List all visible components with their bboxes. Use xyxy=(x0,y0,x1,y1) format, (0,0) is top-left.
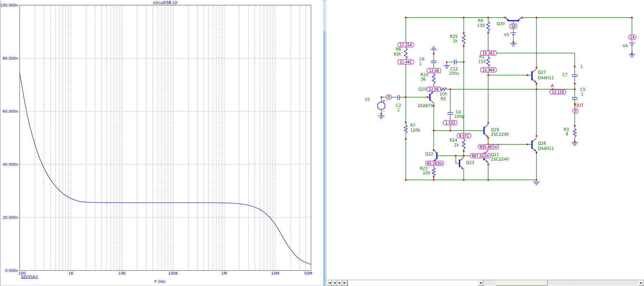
component-label: Q29 xyxy=(491,127,499,132)
node-value-text: 12.964 xyxy=(483,68,495,72)
emitter-arrow xyxy=(506,18,508,20)
schematic-wires xyxy=(381,18,632,180)
component-label: 2SC2240 xyxy=(491,132,509,137)
component-label: C5 xyxy=(580,87,585,92)
junction-dot xyxy=(536,135,537,137)
y-tick-label: 20.000n xyxy=(3,215,18,220)
junction-dot xyxy=(433,130,435,132)
node-value-text: 11.441 xyxy=(400,60,412,64)
node-value-text: 12.06 xyxy=(429,88,439,91)
junction-dot xyxy=(631,53,633,54)
component-label: 1 xyxy=(419,61,422,66)
component-label: C6 xyxy=(419,57,424,62)
junction-dot xyxy=(536,179,537,181)
junction-dot xyxy=(405,138,407,140)
component-label: R10 xyxy=(421,72,429,77)
junction-dot xyxy=(487,164,489,165)
hscroll-right-button[interactable]: ▶ xyxy=(638,280,644,286)
hscroll-thumb[interactable] xyxy=(496,280,547,286)
junction-dot xyxy=(463,17,465,19)
junction-dot xyxy=(536,67,537,69)
junction-dot xyxy=(381,113,382,115)
vertical-splitter-scrollbar[interactable] xyxy=(322,0,327,286)
junction-dot xyxy=(513,41,514,43)
node-value-text: 15.262 xyxy=(483,51,495,55)
page-last-button[interactable]: ▶| xyxy=(342,280,348,286)
junction-dot xyxy=(405,96,407,98)
resistor xyxy=(573,129,576,137)
hscroll-track[interactable] xyxy=(483,280,638,286)
page-next-button[interactable]: ▶ xyxy=(337,280,342,286)
node-value-text: 8.971 xyxy=(459,134,469,138)
component-label: Q28 xyxy=(538,141,546,146)
hscroll-left-button[interactable]: ◀ xyxy=(478,280,483,286)
junction-dot xyxy=(463,45,465,47)
node-value-text: 17.254 xyxy=(400,43,412,47)
component-label: 1 xyxy=(581,92,583,96)
junction-dot xyxy=(433,105,435,107)
transistor-lead xyxy=(532,69,536,73)
component-label: 130 xyxy=(477,23,485,28)
component-label: R25 xyxy=(450,34,458,39)
node-value-text: 0 xyxy=(388,95,390,99)
resistor xyxy=(487,21,490,31)
component-label: 62k xyxy=(394,52,401,57)
y-tick-label: 40.000n xyxy=(3,162,18,167)
junction-dot xyxy=(487,137,489,139)
junction-dot xyxy=(631,17,633,19)
junction-dot xyxy=(463,150,465,152)
junction-dot xyxy=(574,83,576,85)
resistor xyxy=(432,167,435,176)
junction-dot xyxy=(527,144,529,145)
plot-legend-gdva[interactable]: GD(V(A)) xyxy=(21,275,38,279)
analysis-plot-window: circuit38.cir 100.000n80.000n60.000n40.0… xyxy=(0,0,322,286)
component-label: Q27 xyxy=(538,70,546,75)
plot-x-axis-label: F (Hz) xyxy=(20,279,300,284)
page-first-button[interactable]: |◀ xyxy=(327,280,332,286)
transistor-lead xyxy=(430,100,434,103)
node-value-text: 65.263m xyxy=(427,162,443,165)
node-value-text: 18 xyxy=(511,24,516,28)
node-value-text: 0 xyxy=(574,109,576,113)
transistor-lead xyxy=(532,138,536,142)
component-label: 150 xyxy=(478,59,486,64)
junction-dot xyxy=(504,17,506,19)
node-value-text: 1.532 xyxy=(445,121,455,125)
plot-grid xyxy=(20,5,311,270)
component-label: R23 xyxy=(420,166,428,171)
junction-dot xyxy=(527,74,529,76)
junction-dot xyxy=(450,89,451,90)
node-value-text: 687.322m xyxy=(472,154,489,158)
junction-dot xyxy=(433,176,435,178)
junction-dot xyxy=(487,74,489,76)
transistor-lead xyxy=(460,157,464,161)
group-delay-plot: 100.000n80.000n60.000n40.000n20.000n0.00… xyxy=(0,0,323,286)
component-label: R6 xyxy=(396,47,401,52)
component-label: C12 xyxy=(450,67,458,71)
component-label: R24 xyxy=(450,138,457,143)
junction-dot xyxy=(405,179,407,181)
page-prev-button[interactable]: ◀ xyxy=(332,280,337,286)
component-label: D44H11 xyxy=(538,75,554,80)
page-tabs-area: MainTextModelsInfo xyxy=(348,280,478,286)
component-label: 100 xyxy=(440,92,447,96)
plot-title: circuit38.cir xyxy=(20,0,311,5)
node-value-text: 12.129 xyxy=(552,90,564,94)
component-label: R5 xyxy=(441,96,446,101)
component-label: Q21 xyxy=(491,152,499,157)
component-label: 1k xyxy=(453,39,457,43)
component-label: Q20 xyxy=(418,87,426,92)
tab-label: Text xyxy=(347,280,354,285)
resistor xyxy=(432,73,435,84)
junction-dot xyxy=(536,152,537,154)
component-label: R7 xyxy=(410,123,415,128)
y-tick-label: 80.000n xyxy=(3,56,18,61)
x-tick-label: 10K xyxy=(118,271,126,276)
component-label: Q22 xyxy=(425,152,433,156)
y-tick-label: 0.000n xyxy=(5,268,18,273)
resistor xyxy=(462,34,465,44)
component-label: 2SC2240 xyxy=(491,157,509,162)
vertical-scrollbar-thumb[interactable] xyxy=(323,1,326,31)
resistor xyxy=(487,57,490,67)
junction-dot xyxy=(574,125,576,127)
